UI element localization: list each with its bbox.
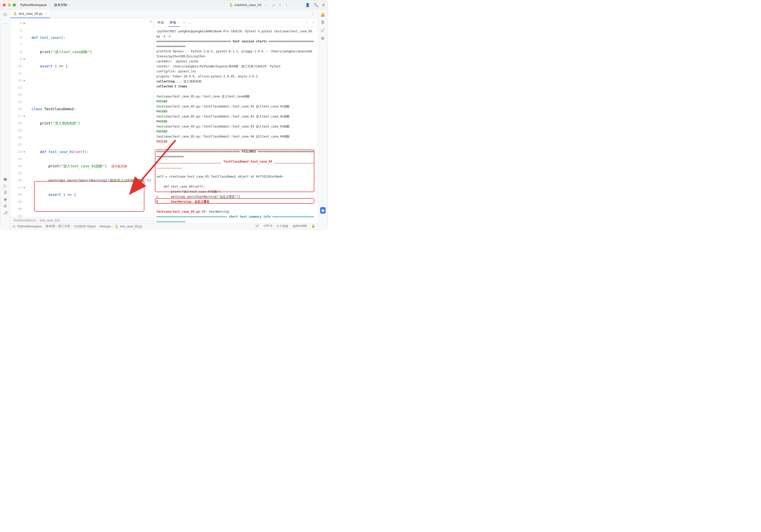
chevron-down-icon: ⌄ bbox=[264, 4, 266, 6]
code-with-me-icon[interactable]: 👤 bbox=[305, 3, 310, 7]
python-icon: 🐍 bbox=[13, 12, 17, 16]
close-tab-icon[interactable]: × bbox=[45, 12, 47, 16]
vcs-menu[interactable]: 版本控制 bbox=[54, 3, 67, 7]
run-tool-icon[interactable]: ▷ bbox=[4, 183, 7, 188]
minimize-window[interactable] bbox=[8, 4, 11, 7]
terminal-tool-icon[interactable]: ▣ bbox=[320, 207, 325, 214]
project-name[interactable]: PythonWorkspace bbox=[20, 3, 47, 7]
folder-icon: 🗀 bbox=[13, 225, 16, 228]
close-icon[interactable]: × bbox=[177, 21, 178, 24]
chevron-down-icon: ⌄ bbox=[49, 4, 51, 6]
line-numbers: 4▶ 5678 9▶ 1011 12▶ 13141516 17▶ 1819202… bbox=[10, 18, 24, 217]
terminal-pane: 终端 本地 × + ⌄ ⋮ — (python385) yangkai@yang… bbox=[154, 18, 318, 223]
notifications-icon[interactable]: 🔔 bbox=[320, 12, 325, 17]
close-window[interactable] bbox=[3, 4, 6, 7]
crumb-method[interactable]: test_case_03() bbox=[40, 219, 60, 222]
inspection-ok-icon[interactable]: ✔ bbox=[149, 20, 152, 23]
encoding[interactable]: UTF-8 bbox=[264, 224, 272, 229]
python-icon: 🐍 bbox=[229, 3, 233, 7]
minimize-terminal-icon[interactable]: — bbox=[312, 21, 315, 24]
annotation-ignored: 成功被忽略 bbox=[111, 164, 127, 168]
gutter-run-icon[interactable]: ▶ bbox=[24, 77, 25, 84]
editor-tabs: 🐍 test_case_05.py × ⋮ bbox=[10, 10, 318, 18]
file-tab-label: test_case_05.py bbox=[19, 12, 43, 16]
tab-menu-icon[interactable]: ⋮ bbox=[308, 12, 318, 16]
database-icon[interactable]: 🗄 bbox=[321, 20, 324, 25]
run-button[interactable]: ▷ bbox=[273, 3, 275, 7]
left-tool-strip: 🗀 ⋯ ◉ ▷ ☰ ◈ ⊘ ⎇ bbox=[0, 10, 10, 229]
gutter-run-icon[interactable]: ▶ bbox=[24, 56, 25, 63]
breadcrumb-item[interactable]: PythonWorkspace bbox=[17, 225, 42, 228]
vcs-tool-icon[interactable]: ⎇ bbox=[3, 210, 8, 215]
breadcrumb-item[interactable]: CASE29: Pytest bbox=[74, 225, 96, 228]
more-actions[interactable]: ⋮ bbox=[284, 3, 288, 7]
problems-icon[interactable]: ⊘ bbox=[4, 204, 7, 208]
gutter-run-icon[interactable]: ▶ bbox=[24, 20, 25, 27]
search-icon[interactable]: 🔍 bbox=[314, 3, 318, 7]
breadcrumb-item[interactable]: test_case_05.py bbox=[120, 225, 142, 228]
file-tab[interactable]: 🐍 test_case_05.py × bbox=[10, 10, 50, 18]
line-separator[interactable]: LF bbox=[256, 224, 259, 229]
plugins-icon[interactable]: ⊞ bbox=[321, 36, 324, 40]
gutter-run-icon[interactable]: ▶ bbox=[24, 148, 25, 156]
right-tool-strip: 🔔 🗄 📈 ⊞ ▣ bbox=[318, 10, 327, 229]
services-icon[interactable]: ◈ bbox=[4, 197, 7, 202]
code-area[interactable]: def test_case(): print("进入test_case函数") … bbox=[29, 18, 154, 217]
more-tools-icon[interactable]: ⋯ bbox=[3, 21, 7, 26]
structure-breadcrumb: TestClassDemo2 › test_case_03() bbox=[10, 217, 154, 223]
breadcrumb-item[interactable]: testcase bbox=[100, 225, 111, 228]
gutter-run-icon[interactable]: ▶ bbox=[24, 184, 25, 191]
terminal-tab-main[interactable]: 终端 bbox=[156, 20, 165, 25]
sciview-icon[interactable]: 📈 bbox=[320, 28, 325, 32]
editor-pane: ✔ 4▶ 5678 9▶ 1011 12▶ 13141516 17▶ 18192… bbox=[10, 18, 154, 223]
terminal-menu-icon[interactable]: ⋮ bbox=[306, 21, 309, 24]
maximize-window[interactable] bbox=[13, 4, 16, 7]
run-configuration[interactable]: 🐍 marktest_case_03 ⌄ bbox=[229, 3, 269, 7]
readonly-icon[interactable]: 🔒 bbox=[311, 224, 315, 229]
settings-icon[interactable]: ⚙ bbox=[322, 3, 325, 7]
interpreter[interactable]: python385 bbox=[293, 224, 307, 229]
python-icon: 🐍 bbox=[115, 225, 119, 228]
chevron-down-icon: ⌄ bbox=[68, 4, 70, 6]
terminal-tab-local[interactable]: 本地 × bbox=[168, 20, 179, 27]
run-config-name: marktest_case_03 bbox=[235, 3, 261, 7]
debug-button[interactable]: ⌖ bbox=[279, 3, 281, 7]
traffic-lights bbox=[3, 4, 16, 7]
project-tool-icon[interactable]: 🗀 bbox=[3, 12, 7, 17]
terminal-dropdown-icon[interactable]: ⌄ bbox=[189, 21, 191, 24]
titlebar: PythonWorkspace ⌄ 版本控制 ⌄ 🐍 marktest_case… bbox=[0, 0, 327, 10]
gutter-run-icon[interactable]: ▶ bbox=[24, 113, 25, 120]
structure-icon[interactable]: ☰ bbox=[4, 190, 7, 195]
add-terminal-icon[interactable]: + bbox=[183, 21, 185, 24]
indent-setting[interactable]: 4 个空格 bbox=[277, 224, 288, 229]
python-console-icon[interactable]: ◉ bbox=[4, 177, 7, 181]
terminal-tabs: 终端 本地 × + ⌄ ⋮ — bbox=[154, 18, 318, 27]
crumb-class[interactable]: TestClassDemo2 bbox=[13, 219, 36, 222]
breadcrumb-item[interactable]: 第49课：第三方库 bbox=[46, 224, 70, 229]
terminal-output[interactable]: (python385) yangkai@yangkaideMacBook-Pro… bbox=[154, 27, 318, 223]
statusbar: 🗀 PythonWorkspace › 第49课：第三方库 › CASE29: … bbox=[10, 223, 318, 229]
